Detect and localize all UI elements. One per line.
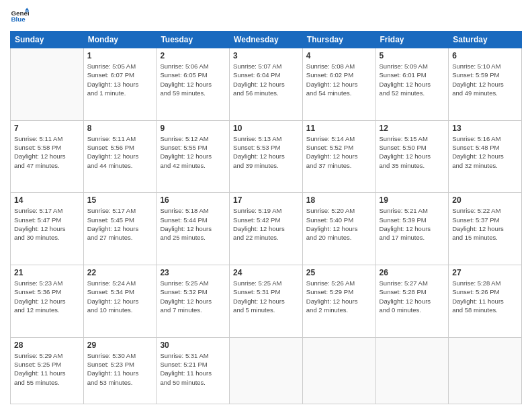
day-info: Sunrise: 5:27 AMSunset: 5:28 PMDaylight:… <box>380 279 445 314</box>
calendar-cell <box>302 337 375 404</box>
day-info: Sunrise: 5:25 AMSunset: 5:31 PMDaylight:… <box>233 279 299 314</box>
calendar-cell: 5Sunrise: 5:09 AMSunset: 6:01 PMDaylight… <box>375 48 449 121</box>
calendar-cell: 14Sunrise: 5:17 AMSunset: 5:47 PMDayligh… <box>11 193 84 265</box>
calendar-cell: 17Sunrise: 5:19 AMSunset: 5:42 PMDayligh… <box>230 193 303 265</box>
calendar-cell: 30Sunrise: 5:31 AMSunset: 5:21 PMDayligh… <box>157 337 230 404</box>
day-number: 10 <box>233 124 299 133</box>
calendar-cell: 2Sunrise: 5:06 AMSunset: 6:05 PMDaylight… <box>157 48 230 121</box>
day-info: Sunrise: 5:05 AMSunset: 6:07 PMDaylight:… <box>87 62 153 97</box>
calendar-cell: 22Sunrise: 5:24 AMSunset: 5:34 PMDayligh… <box>83 265 157 338</box>
day-info: Sunrise: 5:31 AMSunset: 5:21 PMDaylight:… <box>160 351 226 387</box>
day-number: 7 <box>14 124 80 133</box>
weekday-saturday: Saturday <box>449 32 522 48</box>
day-number: 29 <box>87 340 153 350</box>
day-info: Sunrise: 5:13 AMSunset: 5:53 PMDaylight:… <box>233 134 299 170</box>
day-info: Sunrise: 5:22 AMSunset: 5:37 PMDaylight:… <box>452 206 518 242</box>
calendar-cell: 4Sunrise: 5:08 AMSunset: 6:02 PMDaylight… <box>302 48 375 121</box>
calendar-cell: 6Sunrise: 5:10 AMSunset: 5:59 PMDaylight… <box>449 48 522 121</box>
day-number: 13 <box>452 124 518 133</box>
day-info: Sunrise: 5:17 AMSunset: 5:45 PMDaylight:… <box>87 206 153 242</box>
day-number: 4 <box>306 51 372 60</box>
day-number: 15 <box>87 195 153 205</box>
calendar-cell: 23Sunrise: 5:25 AMSunset: 5:32 PMDayligh… <box>157 265 230 338</box>
day-info: Sunrise: 5:11 AMSunset: 5:58 PMDaylight:… <box>14 134 80 170</box>
day-info: Sunrise: 5:17 AMSunset: 5:47 PMDaylight:… <box>14 206 80 242</box>
calendar-cell <box>11 48 84 121</box>
calendar-cell: 24Sunrise: 5:25 AMSunset: 5:31 PMDayligh… <box>230 265 303 338</box>
day-number: 24 <box>233 268 299 277</box>
calendar-table: SundayMondayTuesdayWednesdayThursdayFrid… <box>10 31 522 404</box>
weekday-sunday: Sunday <box>11 32 84 48</box>
calendar-cell: 21Sunrise: 5:23 AMSunset: 5:36 PMDayligh… <box>11 265 84 338</box>
calendar-cell: 11Sunrise: 5:14 AMSunset: 5:52 PMDayligh… <box>302 120 375 193</box>
calendar-week-2: 14Sunrise: 5:17 AMSunset: 5:47 PMDayligh… <box>11 193 522 265</box>
day-number: 19 <box>380 195 445 205</box>
day-info: Sunrise: 5:08 AMSunset: 6:02 PMDaylight:… <box>306 62 372 97</box>
day-number: 2 <box>160 51 226 60</box>
calendar-week-0: 1Sunrise: 5:05 AMSunset: 6:07 PMDaylight… <box>11 48 522 121</box>
calendar-week-1: 7Sunrise: 5:11 AMSunset: 5:58 PMDaylight… <box>11 120 522 193</box>
weekday-monday: Monday <box>83 32 157 48</box>
day-number: 14 <box>14 195 80 205</box>
calendar-cell: 27Sunrise: 5:28 AMSunset: 5:26 PMDayligh… <box>449 265 522 338</box>
day-number: 9 <box>160 124 226 133</box>
calendar-cell: 9Sunrise: 5:12 AMSunset: 5:55 PMDaylight… <box>157 120 230 193</box>
calendar-week-3: 21Sunrise: 5:23 AMSunset: 5:36 PMDayligh… <box>11 265 522 338</box>
day-info: Sunrise: 5:15 AMSunset: 5:50 PMDaylight:… <box>380 134 445 170</box>
day-info: Sunrise: 5:29 AMSunset: 5:25 PMDaylight:… <box>14 351 80 387</box>
weekday-header-row: SundayMondayTuesdayWednesdayThursdayFrid… <box>11 32 522 48</box>
calendar-cell: 19Sunrise: 5:21 AMSunset: 5:39 PMDayligh… <box>375 193 449 265</box>
calendar-cell: 7Sunrise: 5:11 AMSunset: 5:58 PMDaylight… <box>11 120 84 193</box>
logo-icon: General Blue <box>10 7 29 26</box>
day-number: 17 <box>233 195 299 205</box>
day-info: Sunrise: 5:25 AMSunset: 5:32 PMDaylight:… <box>160 279 226 314</box>
day-info: Sunrise: 5:24 AMSunset: 5:34 PMDaylight:… <box>87 279 153 314</box>
day-info: Sunrise: 5:23 AMSunset: 5:36 PMDaylight:… <box>14 279 80 314</box>
logo: General Blue <box>10 7 29 26</box>
svg-text:Blue: Blue <box>11 15 26 23</box>
calendar-cell: 8Sunrise: 5:11 AMSunset: 5:56 PMDaylight… <box>83 120 157 193</box>
day-number: 20 <box>452 195 518 205</box>
day-number: 27 <box>452 268 518 277</box>
day-info: Sunrise: 5:10 AMSunset: 5:59 PMDaylight:… <box>452 62 518 97</box>
day-number: 5 <box>380 51 445 60</box>
day-number: 26 <box>380 268 445 277</box>
day-number: 11 <box>306 124 372 133</box>
day-number: 22 <box>87 268 153 277</box>
calendar-cell: 12Sunrise: 5:15 AMSunset: 5:50 PMDayligh… <box>375 120 449 193</box>
day-info: Sunrise: 5:09 AMSunset: 6:01 PMDaylight:… <box>380 62 445 97</box>
calendar-week-4: 28Sunrise: 5:29 AMSunset: 5:25 PMDayligh… <box>11 337 522 404</box>
day-number: 18 <box>306 195 372 205</box>
calendar-cell: 13Sunrise: 5:16 AMSunset: 5:48 PMDayligh… <box>449 120 522 193</box>
calendar-cell: 20Sunrise: 5:22 AMSunset: 5:37 PMDayligh… <box>449 193 522 265</box>
calendar-cell: 25Sunrise: 5:26 AMSunset: 5:29 PMDayligh… <box>302 265 375 338</box>
calendar-cell: 29Sunrise: 5:30 AMSunset: 5:23 PMDayligh… <box>83 337 157 404</box>
calendar-cell: 28Sunrise: 5:29 AMSunset: 5:25 PMDayligh… <box>11 337 84 404</box>
calendar-cell: 16Sunrise: 5:18 AMSunset: 5:44 PMDayligh… <box>157 193 230 265</box>
day-number: 1 <box>87 51 153 60</box>
day-info: Sunrise: 5:21 AMSunset: 5:39 PMDaylight:… <box>380 206 445 242</box>
day-number: 28 <box>14 340 80 350</box>
svg-marker-3 <box>25 11 29 13</box>
day-info: Sunrise: 5:30 AMSunset: 5:23 PMDaylight:… <box>87 351 153 387</box>
day-info: Sunrise: 5:19 AMSunset: 5:42 PMDaylight:… <box>233 206 299 242</box>
day-info: Sunrise: 5:07 AMSunset: 6:04 PMDaylight:… <box>233 62 299 97</box>
day-info: Sunrise: 5:16 AMSunset: 5:48 PMDaylight:… <box>452 134 518 170</box>
day-info: Sunrise: 5:20 AMSunset: 5:40 PMDaylight:… <box>306 206 372 242</box>
weekday-wednesday: Wednesday <box>230 32 303 48</box>
calendar-cell: 26Sunrise: 5:27 AMSunset: 5:28 PMDayligh… <box>375 265 449 338</box>
calendar-cell: 1Sunrise: 5:05 AMSunset: 6:07 PMDaylight… <box>83 48 157 121</box>
page-header: General Blue <box>10 7 522 26</box>
day-number: 16 <box>160 195 226 205</box>
day-number: 23 <box>160 268 226 277</box>
weekday-friday: Friday <box>375 32 449 48</box>
day-number: 25 <box>306 268 372 277</box>
day-info: Sunrise: 5:12 AMSunset: 5:55 PMDaylight:… <box>160 134 226 170</box>
calendar-cell: 15Sunrise: 5:17 AMSunset: 5:45 PMDayligh… <box>83 193 157 265</box>
calendar-cell: 18Sunrise: 5:20 AMSunset: 5:40 PMDayligh… <box>302 193 375 265</box>
day-number: 6 <box>452 51 518 60</box>
day-info: Sunrise: 5:14 AMSunset: 5:52 PMDaylight:… <box>306 134 372 170</box>
calendar-cell <box>375 337 449 404</box>
day-info: Sunrise: 5:18 AMSunset: 5:44 PMDaylight:… <box>160 206 226 242</box>
day-info: Sunrise: 5:26 AMSunset: 5:29 PMDaylight:… <box>306 279 372 314</box>
